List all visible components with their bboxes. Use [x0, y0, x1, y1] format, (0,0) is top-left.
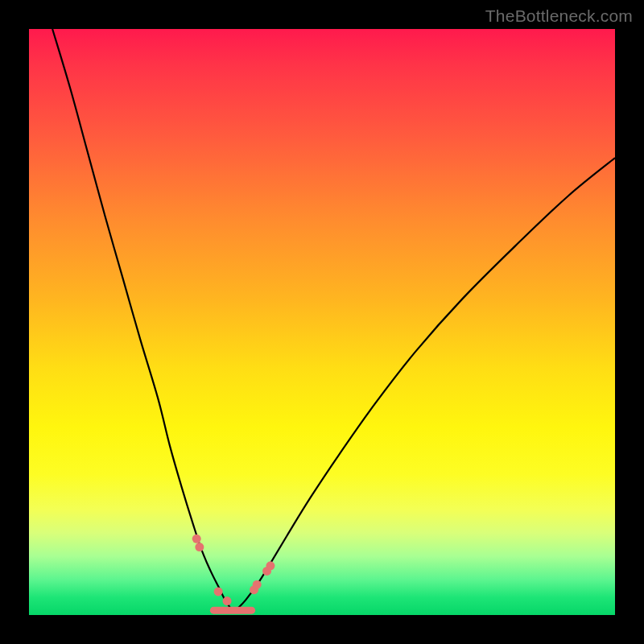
- highlight-dot: [223, 597, 232, 605]
- highlight-dot: [192, 535, 201, 543]
- plot-area: [29, 29, 615, 615]
- curve-right-branch: [237, 158, 615, 609]
- highlight-dots: [192, 535, 275, 605]
- chart-frame: TheBottleneck.com: [0, 0, 644, 644]
- highlight-dot: [266, 561, 275, 570]
- highlight-dot: [253, 580, 262, 589]
- chart-svg: [29, 29, 615, 615]
- highlight-dot: [214, 587, 223, 596]
- highlight-dot: [195, 543, 204, 551]
- watermark-text: TheBottleneck.com: [485, 6, 633, 26]
- curve-left-branch: [52, 29, 231, 609]
